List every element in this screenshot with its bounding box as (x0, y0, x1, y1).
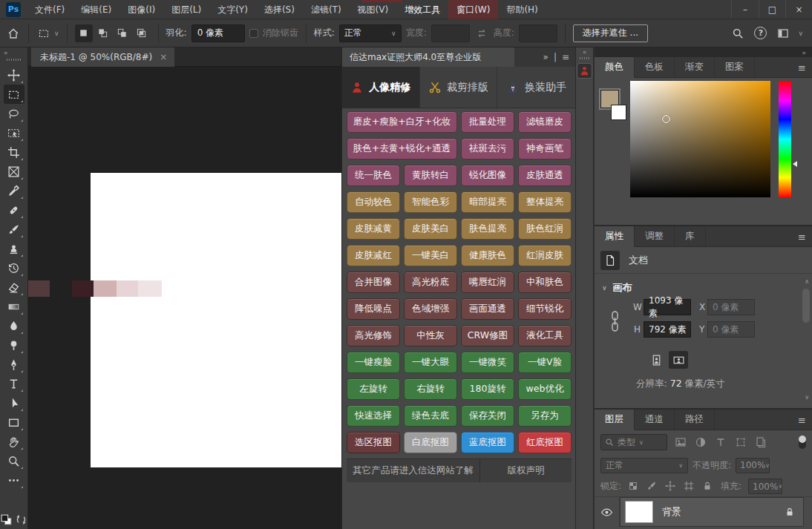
plugin-button[interactable]: 滤镜磨皮 (518, 111, 572, 133)
add-selection-icon[interactable] (94, 24, 112, 42)
canvas-x-input[interactable]: 0 像素 (707, 299, 755, 315)
tool-button[interactable] (4, 335, 24, 355)
plugin-button[interactable]: web优化 (518, 378, 572, 400)
panel-menu-icon[interactable]: ≡ (798, 231, 812, 243)
menu-item[interactable]: 文件(F) (27, 0, 73, 19)
expand-panel-icon[interactable]: « (576, 47, 593, 56)
tool-button[interactable] (4, 258, 24, 277)
hue-slider[interactable] (779, 81, 791, 197)
plugin-button[interactable]: 磨皮+瘦脸+白牙+化妆 (347, 111, 457, 133)
plugin-button[interactable]: 一键V脸 (518, 352, 572, 373)
panel-menu-icon[interactable]: ≡ (562, 52, 569, 62)
panel-tab[interactable]: 通道 (635, 410, 675, 430)
tool-button[interactable] (4, 220, 24, 239)
plugin-button[interactable]: 白底抠图 (404, 432, 457, 453)
search-icon[interactable] (730, 26, 745, 41)
plugin-button[interactable]: 高光修饰 (347, 325, 400, 346)
menu-item[interactable]: 窗口(W) (448, 0, 498, 19)
help-icon[interactable]: ? (754, 27, 767, 39)
plugin-button[interactable]: 中性灰 (404, 325, 457, 346)
plugin-button[interactable]: 肤色提亮 (461, 218, 514, 240)
plugin-button[interactable]: 绿色去底 (404, 405, 457, 427)
filter-icon[interactable] (733, 436, 747, 450)
antialias-checkbox[interactable] (249, 29, 258, 38)
plugin-button[interactable]: 神奇画笔 (518, 138, 572, 160)
tool-button[interactable] (4, 123, 24, 142)
tool-button[interactable] (4, 470, 24, 490)
panel-tab[interactable]: 色板 (635, 57, 675, 77)
link-dimensions-icon[interactable] (609, 310, 621, 332)
plugin-button[interactable]: 中和肤色 (518, 272, 572, 293)
panel-tab[interactable]: 图层 (595, 410, 635, 430)
hue-marker[interactable] (793, 161, 797, 167)
layer-filter-select[interactable]: 类型 ∨ (600, 434, 667, 450)
blend-mode-select[interactable]: 正常 ∨ (600, 458, 688, 473)
expand-toolbar-icon[interactable]: » (0, 47, 27, 57)
tool-button[interactable] (4, 104, 24, 123)
menu-item[interactable]: 帮助(H) (498, 0, 546, 19)
menu-item[interactable]: 选择(S) (256, 0, 303, 19)
menu-item[interactable]: 文字(Y) (209, 0, 256, 19)
scroll-down-icon[interactable]: ∨ (805, 394, 809, 401)
home-icon[interactable] (6, 26, 21, 41)
plugin-button[interactable]: 快速选择 (347, 405, 400, 427)
tool-button[interactable] (4, 142, 24, 162)
tool-button[interactable] (4, 413, 24, 432)
toolbar-grip[interactable] (7, 59, 22, 61)
feather-input[interactable]: 0 像素 (191, 24, 245, 42)
minimize-button[interactable]: – (732, 0, 759, 19)
plugin-button[interactable]: 蓝底抠图 (461, 432, 514, 453)
tool-button[interactable] (4, 355, 24, 374)
tool-preset-icon[interactable] (36, 26, 51, 41)
panel-tab[interactable]: 调整 (635, 226, 675, 246)
tool-button[interactable] (4, 65, 24, 85)
plugin-tab[interactable]: 换装助手 (497, 67, 575, 108)
menu-item[interactable]: 滤镜(T) (303, 0, 350, 19)
plugin-button[interactable]: 保存关闭 (461, 405, 514, 427)
panel-tab[interactable]: 属性 (595, 226, 635, 247)
tool-button[interactable] (4, 277, 24, 297)
menu-item[interactable]: 图层(L) (163, 0, 209, 19)
plugin-button[interactable]: 健康肤色 (461, 245, 514, 266)
landscape-orientation-icon[interactable] (669, 351, 688, 369)
panel-menu-icon[interactable]: ≡ (798, 415, 812, 426)
plugin-button[interactable]: 画面通透 (461, 298, 514, 320)
color-cursor[interactable] (662, 115, 670, 123)
opacity-input[interactable]: 100% ∨ (736, 458, 770, 473)
plugin-button[interactable]: 细节锐化 (518, 298, 572, 320)
height-input[interactable] (519, 24, 557, 42)
panel-menu-icon[interactable]: ≡ (798, 62, 812, 73)
tool-button[interactable] (4, 200, 24, 220)
plugin-button[interactable]: 祛斑去污 (461, 138, 514, 160)
plugin-button[interactable]: 自动较色 (347, 191, 400, 213)
canvas-width-input[interactable]: 1093 像素 (644, 299, 691, 315)
plugin-button[interactable]: 高光粉底 (404, 272, 457, 293)
plugin-button[interactable]: 一键美白 (404, 245, 457, 266)
plugin-button[interactable]: 皮肤通透 (518, 165, 572, 186)
portrait-orientation-icon[interactable] (646, 351, 666, 369)
filter-icon[interactable] (753, 436, 767, 450)
width-input[interactable] (431, 24, 470, 42)
lock-option-icon[interactable] (665, 481, 677, 493)
switch-colors-icon[interactable] (15, 513, 27, 526)
layer-visibility-toggle[interactable] (595, 497, 620, 527)
plugin-button[interactable]: 智能色彩 (404, 191, 457, 213)
layer-entry[interactable]: 背景 (620, 497, 804, 527)
plugin-button[interactable]: 合并图像 (347, 272, 400, 293)
menu-item[interactable]: 视图(V) (350, 0, 397, 19)
close-button[interactable]: × (785, 0, 812, 19)
panel-tab[interactable]: 库 (675, 226, 706, 246)
plugin-button[interactable]: 锐化图像 (461, 165, 514, 186)
plugin-button[interactable]: 嘴唇红润 (461, 272, 514, 293)
canvas-height-input[interactable]: 792 像素 (644, 321, 691, 338)
lock-option-icon[interactable] (684, 481, 695, 493)
saturation-field[interactable] (630, 81, 770, 197)
layer-row[interactable]: 背景 (595, 497, 812, 527)
plugin-button[interactable]: 左旋转 (347, 378, 400, 400)
filter-icon[interactable] (713, 436, 727, 450)
chevron-down-icon[interactable]: ∨ (54, 30, 59, 37)
scroll-up-icon[interactable]: ∧ (805, 278, 809, 285)
plugin-button[interactable]: 皮肤减红 (347, 245, 400, 266)
tool-button[interactable] (4, 374, 24, 393)
new-selection-icon[interactable] (75, 24, 93, 42)
